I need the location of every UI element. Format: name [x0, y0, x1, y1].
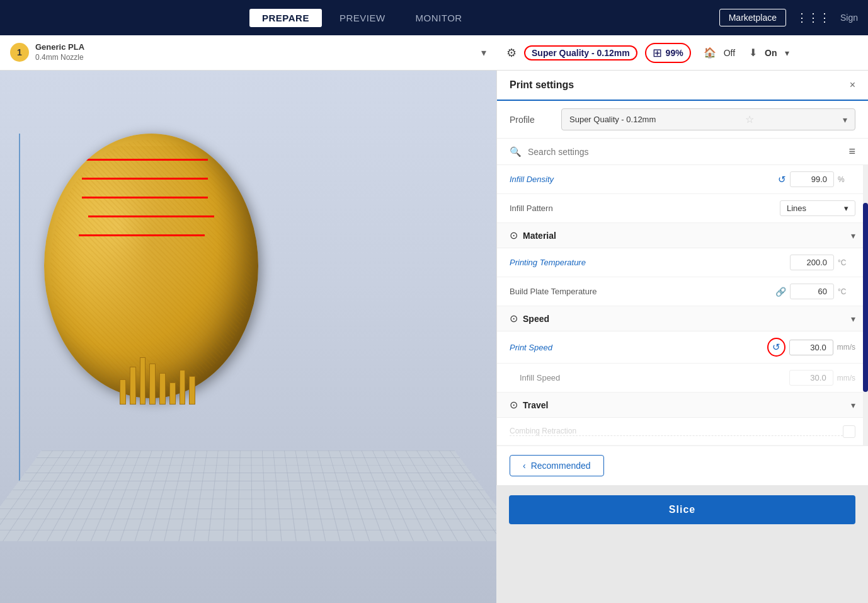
- speed-section-label: Speed: [523, 314, 851, 324]
- infill-pattern-controls: Lines ▾: [780, 200, 855, 216]
- 3d-model: [31, 134, 271, 423]
- panel-header: Print settings ×: [497, 71, 868, 101]
- adhesion-label: On: [765, 48, 777, 58]
- infill-pattern-row: Infill Pattern Lines ▾: [497, 194, 868, 223]
- infill-speed-controls: 30.0 mm/s: [789, 370, 855, 386]
- profile-label: Profile: [510, 115, 554, 125]
- scrollbar-track: [863, 165, 868, 445]
- material-name: Generic PLA: [35, 42, 84, 53]
- material-chevron-icon[interactable]: ▾: [481, 47, 486, 59]
- print-controls-bar: ⚙ Super Quality - 0.12mm ⊞ 99% 🏠 Off ⬇ O…: [496, 35, 868, 71]
- adhesion-chevron-icon[interactable]: ▾: [785, 48, 789, 58]
- panel-title: Print settings: [510, 79, 850, 91]
- print-speed-reset-icon[interactable]: ↺: [767, 338, 785, 357]
- profile-chevron-icon[interactable]: ▾: [843, 115, 847, 125]
- print-temp-value[interactable]: 200.0: [790, 255, 834, 270]
- print-settings-panel: Print settings × Profile Super Quality -…: [496, 71, 868, 485]
- speed-section-header[interactable]: ⊙ Speed ▾: [497, 306, 868, 331]
- error-marks: [82, 159, 208, 161]
- infill-density-reset-icon[interactable]: ↺: [778, 174, 786, 185]
- speed-section-icon: ⊙: [510, 313, 518, 324]
- link-icon: 🔗: [775, 287, 786, 297]
- combing-row: Combing Retraction: [497, 418, 868, 445]
- build-plate-controls: 🔗 60 °C: [775, 284, 855, 299]
- infill-pattern-chevron-icon: ▾: [844, 204, 848, 213]
- profile-star-icon[interactable]: ☆: [745, 113, 754, 125]
- print-temp-label: Printing Temperature: [510, 258, 790, 267]
- travel-section-header[interactable]: ⊙ Travel ▾: [497, 393, 868, 418]
- monitor-tab[interactable]: MONITOR: [403, 9, 475, 27]
- slice-button[interactable]: Slice: [509, 495, 855, 524]
- infill-percentage: 99%: [666, 48, 683, 58]
- build-plate-label: Build Plate Temperature: [510, 287, 775, 296]
- infill-density-value[interactable]: 99.0: [790, 171, 834, 187]
- infill-density-controls: ↺ 99.0 %: [778, 171, 855, 187]
- infill-density-unit: %: [838, 175, 855, 184]
- panel-close-button[interactable]: ×: [850, 79, 855, 91]
- material-nozzle: 0.4mm Nozzle: [35, 53, 84, 63]
- search-bar: 🔍 ≡: [497, 139, 868, 165]
- print-temp-unit: °C: [838, 258, 855, 267]
- speed-section-chevron-icon[interactable]: ▾: [851, 314, 855, 324]
- travel-section-icon: ⊙: [510, 399, 518, 411]
- print-speed-unit: mm/s: [837, 343, 855, 352]
- adhesion-icon: ⬇: [749, 47, 757, 59]
- menu-icon[interactable]: ≡: [848, 145, 855, 158]
- print-speed-controls: ↺ 30.0 mm/s: [767, 338, 855, 357]
- travel-section-label: Travel: [523, 400, 851, 410]
- material-section-icon: ⊙: [510, 229, 518, 241]
- build-plate-value[interactable]: 60: [790, 284, 834, 299]
- infill-density-row: Infill Density ↺ 99.0 %: [497, 165, 868, 194]
- sign-button[interactable]: Sign: [840, 13, 858, 23]
- recommended-bar: ‹ Recommended: [497, 445, 868, 485]
- scrollbar-thumb[interactable]: [863, 203, 868, 392]
- support-structures: [120, 354, 195, 405]
- slice-bar: Slice: [496, 485, 868, 534]
- print-temp-controls: 200.0 °C: [790, 255, 855, 270]
- recommended-label: Recommended: [531, 461, 591, 471]
- infill-section[interactable]: ⊞ 99%: [645, 43, 691, 63]
- travel-section-chevron-icon[interactable]: ▾: [851, 400, 855, 410]
- print-speed-label: Print Speed: [510, 343, 767, 352]
- material-section-chevron-icon[interactable]: ▾: [851, 231, 855, 241]
- material-bar: 1 Generic PLA 0.4mm Nozzle ▾: [0, 35, 496, 71]
- combing-checkbox[interactable]: [843, 425, 855, 438]
- recommended-button[interactable]: ‹ Recommended: [510, 455, 604, 476]
- settings-sliders-icon: ⚙: [506, 46, 517, 60]
- settings-list: Infill Density ↺ 99.0 % Infill Pattern L…: [497, 165, 868, 445]
- viewport[interactable]: [0, 71, 496, 603]
- step-circle: 1: [10, 43, 29, 62]
- material-section-header[interactable]: ⊙ Material ▾: [497, 223, 868, 248]
- search-icon: 🔍: [510, 146, 522, 158]
- build-plate-temp-row: Build Plate Temperature 🔗 60 °C: [497, 277, 868, 306]
- infill-pattern-value: Lines: [787, 204, 806, 213]
- infill-speed-row: Infill Speed 30.0 mm/s: [497, 364, 868, 393]
- infill-pattern-dropdown[interactable]: Lines ▾: [780, 200, 855, 216]
- material-info: Generic PLA 0.4mm Nozzle: [35, 42, 84, 62]
- infill-speed-unit: mm/s: [837, 374, 855, 382]
- profile-select[interactable]: Super Quality - 0.12mm ☆ ▾: [561, 108, 855, 130]
- marketplace-button[interactable]: Marketplace: [719, 9, 786, 26]
- search-input[interactable]: [528, 147, 842, 157]
- support-icon: 🏠: [704, 47, 716, 59]
- infill-speed-value[interactable]: 30.0: [789, 370, 833, 386]
- prepare-tab[interactable]: PREPARE: [249, 9, 322, 27]
- grid-icon[interactable]: ⋮⋮⋮: [791, 8, 835, 27]
- infill-density-label: Infill Density: [510, 175, 778, 184]
- recommended-chevron-icon: ‹: [523, 461, 526, 471]
- profile-value: Super Quality - 0.12mm: [569, 115, 656, 124]
- build-plate-unit: °C: [838, 287, 855, 296]
- material-section-label: Material: [523, 231, 851, 241]
- print-temp-row: Printing Temperature 200.0 °C: [497, 248, 868, 277]
- floor-grid: [0, 451, 496, 541]
- print-speed-value[interactable]: 30.0: [789, 340, 833, 355]
- preview-tab[interactable]: PREVIEW: [327, 9, 398, 27]
- print-speed-row: Print Speed ↺ 30.0 mm/s: [497, 331, 868, 364]
- combing-label: Combing Retraction: [510, 427, 843, 436]
- support-label: Off: [724, 48, 735, 58]
- infill-grid-icon: ⊞: [653, 46, 662, 60]
- profile-row: Profile Super Quality - 0.12mm ☆ ▾: [497, 101, 868, 139]
- top-navigation: PREPARE PREVIEW MONITOR Marketplace ⋮⋮⋮ …: [0, 0, 868, 35]
- infill-pattern-label: Infill Pattern: [510, 204, 780, 213]
- quality-label[interactable]: Super Quality - 0.12mm: [524, 45, 637, 60]
